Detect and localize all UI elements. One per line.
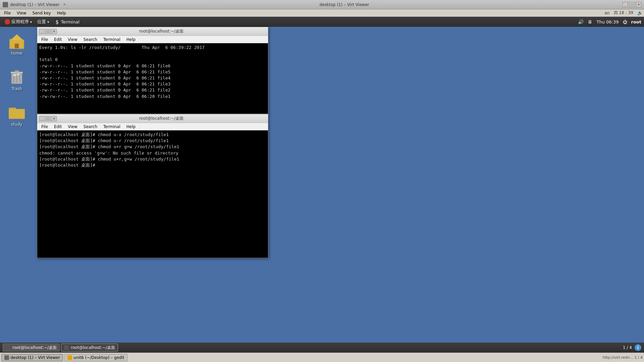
term2-menu-view[interactable]: View bbox=[65, 124, 80, 130]
desktop-icon-home[interactable]: home bbox=[9, 34, 25, 56]
guest-desktop: home bbox=[0, 27, 644, 343]
study-icon-svg bbox=[9, 106, 25, 120]
taskbar-term1-icon bbox=[6, 345, 10, 350]
term2-menu-edit[interactable]: Edit bbox=[51, 124, 64, 130]
host-window-title: desktop (1) – Virt Viewer bbox=[66, 2, 623, 7]
terminal-1-menubar: File Edit View Search Terminal Help bbox=[37, 36, 268, 43]
host-window-controls: _ □ ✕ bbox=[623, 2, 641, 7]
terminal-2-maximize-btn[interactable]: □ bbox=[45, 116, 51, 121]
host-taskbar-right: http://virt.redn... 1 / 4 bbox=[603, 355, 643, 360]
apps-label: 应用程序 bbox=[11, 19, 29, 25]
terminal-launcher-label: Terminal bbox=[61, 19, 79, 24]
study-folder-icon bbox=[9, 105, 25, 121]
places-menu-button[interactable]: 位置 ▾ bbox=[35, 18, 51, 25]
term2-menu-terminal[interactable]: Terminal bbox=[101, 124, 123, 130]
host-tab[interactable]: desktop (1) – Virt Viewer ✕ bbox=[3, 2, 66, 7]
host-taskbar-item-virtviewer[interactable]: desktop (1) – Virt Viewer bbox=[1, 354, 63, 361]
volume-status-icon: 🔊 bbox=[578, 19, 584, 24]
host-lang: en bbox=[605, 11, 610, 15]
apps-icon bbox=[5, 19, 10, 24]
term1-menu-help[interactable]: Help bbox=[124, 37, 138, 43]
taskbar-item-term2[interactable]: root@localhost:~/桌面 bbox=[61, 344, 118, 352]
gedit-taskbar-label: unit6 (~/Desktop) – gedit bbox=[73, 355, 124, 360]
terminal-1-titlebar: _ □ ✕ root@localhost:~/桌面 bbox=[37, 27, 268, 36]
terminal-2-win-controls: _ □ ✕ bbox=[39, 116, 57, 121]
taskbar-term2-label: root@localhost:~/桌面 bbox=[71, 345, 115, 351]
term1-menu-view[interactable]: View bbox=[65, 37, 80, 43]
taskbar-info-button[interactable]: i bbox=[635, 344, 641, 351]
terminal-2-content: [root@localhost 桌面]# chmod u-x /root/stu… bbox=[37, 130, 268, 258]
terminal-2-menubar: File Edit View Search Terminal Help bbox=[37, 123, 268, 130]
taskbar-term1-label: root@localhost:~/桌面 bbox=[12, 345, 57, 351]
terminal-1-maximize-btn[interactable]: □ bbox=[45, 29, 51, 34]
svg-rect-16 bbox=[9, 109, 25, 118]
guest-panel-left: 应用程序 ▾ 位置 ▾ $ Terminal bbox=[3, 18, 82, 26]
taskbar-pager: 1 / 4 bbox=[623, 345, 632, 350]
term2-menu-search[interactable]: Search bbox=[81, 124, 100, 130]
host-menu-sendkey[interactable]: Send key bbox=[30, 10, 54, 16]
terminal-2-close-btn[interactable]: ✕ bbox=[51, 116, 57, 121]
panel-user: root bbox=[631, 19, 642, 24]
svg-point-12 bbox=[13, 74, 16, 76]
host-taskbar: desktop (1) – Virt Viewer unit6 (~/Deskt… bbox=[0, 353, 644, 362]
guest-panel: 应用程序 ▾ 位置 ▾ $ Terminal 🔊 🖥 Thu 06:39 ⏻ r… bbox=[0, 17, 644, 27]
svg-rect-8 bbox=[15, 70, 19, 72]
terminal-1-content: Every 1.0s: ls -lr /root/study/ Thu Apr … bbox=[37, 43, 268, 114]
term1-menu-file[interactable]: File bbox=[39, 37, 51, 43]
guest-panel-right: 🔊 🖥 Thu 06:39 ⏻ root bbox=[578, 19, 641, 24]
terminal-2-title: root@localhost:~/桌面 bbox=[57, 116, 266, 121]
terminal-window-1: _ □ ✕ root@localhost:~/桌面 File Edit View… bbox=[37, 27, 268, 114]
terminal-1-minimize-btn[interactable]: _ bbox=[39, 29, 45, 34]
svg-point-13 bbox=[17, 74, 19, 75]
terminal-window-2: _ □ ✕ root@localhost:~/桌面 File Edit View… bbox=[37, 114, 268, 258]
trash-folder-icon bbox=[9, 69, 25, 85]
tab-close-btn[interactable]: ✕ bbox=[63, 2, 66, 7]
gedit-taskbar-icon bbox=[67, 355, 72, 360]
host-menu-file[interactable]: File bbox=[1, 10, 13, 16]
terminal-1-close-btn[interactable]: ✕ bbox=[51, 29, 57, 34]
trash-icon-svg bbox=[10, 69, 23, 85]
maximize-button[interactable]: □ bbox=[629, 2, 635, 7]
desktop-icon-study[interactable]: study bbox=[9, 105, 25, 127]
term1-menu-search[interactable]: Search bbox=[81, 37, 100, 43]
terminal-1-title: root@localhost:~/桌面 bbox=[57, 28, 266, 34]
panel-power-icon: ⏻ bbox=[623, 19, 627, 24]
guest-desktop-area: 应用程序 ▾ 位置 ▾ $ Terminal 🔊 🖥 Thu 06:39 ⏻ r… bbox=[0, 17, 644, 353]
term1-menu-terminal[interactable]: Terminal bbox=[101, 37, 123, 43]
terminal-2-minimize-btn[interactable]: _ bbox=[39, 116, 45, 121]
host-titlebar: desktop (1) – Virt Viewer ✕ desktop (1) … bbox=[0, 0, 644, 9]
apps-arrow-icon: ▾ bbox=[30, 20, 32, 24]
svg-marker-3 bbox=[11, 35, 23, 40]
term1-menu-edit[interactable]: Edit bbox=[51, 37, 64, 43]
guest-taskbar-right: 1 / 4 i bbox=[623, 344, 641, 351]
virt-viewer-window: desktop (1) – Virt Viewer ✕ desktop (1) … bbox=[0, 0, 644, 362]
terminal-launcher-button[interactable]: $ Terminal bbox=[52, 18, 82, 26]
virtviewer-taskbar-icon bbox=[4, 355, 9, 360]
close-button[interactable]: ✕ bbox=[636, 2, 641, 7]
home-folder-icon bbox=[9, 34, 25, 50]
svg-rect-5 bbox=[15, 44, 19, 48]
home-icon-svg bbox=[9, 34, 25, 50]
terminal-1-win-controls: _ □ ✕ bbox=[39, 29, 57, 34]
host-menu-help[interactable]: Help bbox=[54, 10, 69, 16]
apps-menu-button[interactable]: 应用程序 ▾ bbox=[3, 18, 34, 25]
places-arrow-icon: ▾ bbox=[47, 20, 49, 24]
host-menubar: File View Send key Help en 四 18：39 🔊 bbox=[0, 9, 644, 17]
minimize-button[interactable]: _ bbox=[623, 2, 628, 7]
host-volume-icon: 🔊 bbox=[637, 10, 643, 15]
host-menu-view[interactable]: View bbox=[14, 10, 29, 16]
term2-menu-file[interactable]: File bbox=[39, 124, 51, 130]
guest-taskbar: root@localhost:~/桌面 root@localhost:~/桌面 … bbox=[0, 343, 644, 353]
taskbar-item-term1[interactable]: root@localhost:~/桌面 bbox=[3, 344, 60, 352]
places-label: 位置 bbox=[37, 19, 46, 24]
home-icon-label: home bbox=[11, 51, 22, 56]
virtviewer-taskbar-label: desktop (1) – Virt Viewer bbox=[10, 355, 60, 360]
desktop-icon-trash[interactable]: Trash bbox=[9, 69, 25, 91]
virt-viewer-icon bbox=[3, 2, 8, 7]
desktop-icons: home bbox=[0, 27, 34, 343]
term2-menu-help[interactable]: Help bbox=[124, 124, 138, 130]
host-tab-label: desktop (1) – Virt Viewer bbox=[10, 2, 60, 7]
host-taskbar-item-gedit[interactable]: unit6 (~/Desktop) – gedit bbox=[64, 354, 127, 361]
taskbar-term2-icon bbox=[64, 345, 69, 350]
host-datetime: 四 18：39 bbox=[614, 10, 633, 16]
